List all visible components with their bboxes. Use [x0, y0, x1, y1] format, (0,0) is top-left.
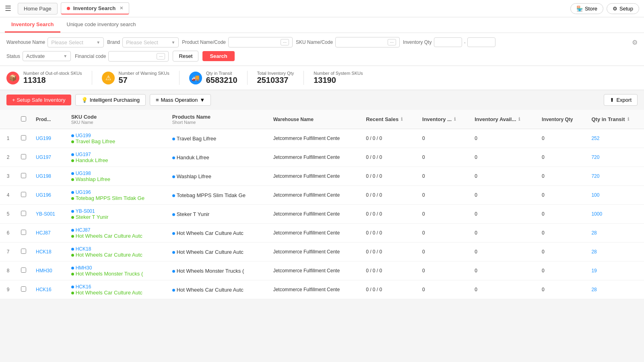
inventory-val: 0 — [417, 148, 470, 167]
settings-icon[interactable]: ⚙ — [632, 39, 638, 46]
store-button[interactable]: 🏪 Store — [570, 3, 603, 14]
sku-code-name: HCK16 Hot Wheels Car Culture Autc — [66, 280, 167, 299]
product-name-short: Totebag MPPS Slim Tidak Ge — [167, 186, 268, 205]
sku-code-name: UG196 Totebag MPPS Slim Tidak Ge — [66, 186, 167, 205]
qty-transit-val: 28 — [586, 280, 644, 299]
status-label: Status — [6, 53, 20, 59]
inventory-qty-val: 0 — [537, 167, 586, 186]
warehouse-name: Jetcommerce Fulfillment Cente — [268, 148, 361, 167]
table-row: 2 UG197 UG197 Handuk Lifree Handuk Lifre… — [0, 148, 644, 167]
row-number: 9 — [0, 280, 16, 299]
financial-code-label: Financial code — [75, 53, 106, 59]
row-checkbox[interactable] — [21, 211, 26, 216]
brand-label: Brand — [107, 39, 120, 45]
menu-icon[interactable]: ☰ — [5, 4, 11, 13]
warehouse-select[interactable]: Please Select ▼ — [47, 37, 104, 47]
row-checkbox[interactable] — [21, 173, 26, 178]
total-inventory-value: 2510337 — [257, 76, 294, 85]
recent-sales: 0 / 0 / 0 — [361, 243, 417, 261]
sku-code-name: HCK18 Hot Wheels Car Culture Autc — [66, 243, 167, 261]
row-checkbox[interactable] — [21, 267, 26, 273]
mass-operation-button[interactable]: ≡ Mass Operation ▼ — [150, 94, 211, 106]
inventory-info-icon[interactable]: ℹ — [454, 117, 456, 122]
row-checkbox-cell — [16, 205, 31, 224]
brand-select[interactable]: Please Select ▼ — [122, 37, 179, 47]
chevron-down-icon: ▼ — [171, 40, 175, 45]
row-number: 4 — [0, 186, 16, 205]
chevron-down-icon: ▼ — [96, 40, 100, 45]
row-checkbox[interactable] — [21, 192, 26, 197]
gear-icon: ⚙ — [613, 6, 617, 12]
financial-code-input[interactable]: ··· — [108, 51, 169, 62]
row-checkbox-cell — [16, 148, 31, 167]
product-name-short: Hot Wheels Car Culture Autc — [167, 280, 268, 299]
row-checkbox[interactable] — [21, 135, 26, 140]
prod-code: HCK16 — [31, 280, 66, 299]
qty-transit-val: 100 — [586, 186, 644, 205]
sku-ellipsis[interactable]: ··· — [388, 39, 396, 45]
status-select[interactable]: Activate ▼ — [23, 51, 71, 61]
row-checkbox[interactable] — [21, 230, 26, 235]
product-name-ellipsis[interactable]: ··· — [281, 39, 289, 45]
inventory-avail-val: 0 — [470, 148, 537, 167]
row-checkbox[interactable] — [21, 286, 26, 292]
warehouse-name: Jetcommerce Fulfillment Cente — [268, 167, 361, 186]
inventory-avail-info-icon[interactable]: ℹ — [518, 117, 520, 122]
export-button[interactable]: ⬆ Export — [604, 94, 638, 106]
sku-code-name: HMH30 Hot Wheels Monster Trucks ( — [66, 261, 167, 280]
recent-sales: 0 / 0 / 0 — [361, 186, 417, 205]
close-tab-icon[interactable]: ✕ — [120, 6, 123, 11]
qty-transit-info-icon[interactable]: ℹ — [627, 117, 629, 122]
prod-code: HMH30 — [31, 261, 66, 280]
filter-bar: Warehouse Name Please Select ▼ Brand Ple… — [0, 33, 644, 66]
setup-button[interactable]: ⚙ Setup — [607, 3, 639, 14]
row-checkbox[interactable] — [21, 154, 26, 159]
row-checkbox[interactable] — [21, 249, 26, 254]
select-all-checkbox[interactable] — [21, 116, 26, 121]
export-icon: ⬆ — [610, 97, 614, 103]
prod-code: YB-S001 — [31, 205, 66, 224]
warehouse-name: Jetcommerce Fulfillment Cente — [268, 129, 361, 148]
inventory-val: 0 — [417, 280, 470, 299]
product-name-short: Hot Wheels Monster Trucks ( — [167, 261, 268, 280]
out-of-stock-value: 11318 — [23, 76, 82, 85]
product-name-input[interactable]: ··· — [228, 37, 293, 47]
inventory-qty-val: 0 — [537, 243, 586, 261]
financial-code-ellipsis[interactable]: ··· — [157, 53, 165, 60]
row-checkbox-cell — [16, 129, 31, 148]
row-checkbox-cell — [16, 167, 31, 186]
inventory-qty-min[interactable] — [434, 37, 462, 47]
inventory-search-tab[interactable]: Inventory Search ✕ — [61, 2, 130, 14]
status-filter-group: Status Activate ▼ — [6, 51, 71, 61]
recent-sales-info-icon[interactable]: ℹ — [401, 117, 402, 122]
reset-button[interactable]: Reset — [173, 51, 198, 62]
stat-qty-transit: 🚚 Qty in Transit 6583210 — [180, 71, 248, 85]
sku-code-name: UG197 Handuk Lifree — [66, 148, 167, 167]
product-name-filter-group: Product Name/Code ··· — [182, 37, 293, 47]
product-name-short: Washlap Lifree — [167, 167, 268, 186]
inventory-qty-max[interactable] — [467, 37, 495, 47]
sku-code-name: UG198 Washlap Lifree — [66, 167, 167, 186]
row-checkbox-cell — [16, 186, 31, 205]
home-page-tab[interactable]: Home Page — [18, 3, 58, 14]
search-button[interactable]: Search — [202, 51, 234, 61]
product-name-label: Product Name/Code — [182, 39, 226, 45]
inventory-val: 0 — [417, 243, 470, 261]
stat-out-of-stock: 📦 Number of Out-of-stock SKUs 11318 — [6, 71, 92, 85]
page-tabs: Inventory Search Unique code inventory s… — [0, 17, 644, 33]
tab-unique-code[interactable]: Unique code inventory search — [60, 17, 142, 33]
warehouse-name: Jetcommerce Fulfillment Cente — [268, 243, 361, 261]
row-number: 6 — [0, 224, 16, 243]
col-warehouse: Warehouse Name — [268, 110, 361, 129]
recent-sales: 0 / 0 / 0 — [361, 129, 417, 148]
system-skus-label: Number of System SKUs — [314, 71, 363, 76]
prod-code: UG197 — [31, 148, 66, 167]
tab-inventory-search[interactable]: Inventory Search — [5, 17, 60, 33]
recent-sales: 0 / 0 / 0 — [361, 280, 417, 299]
setup-safe-inventory-button[interactable]: + Setup Safe Inventory — [6, 95, 71, 105]
sku-input[interactable]: ··· — [335, 37, 400, 47]
col-recent-sales: Recent Sales ℹ — [361, 110, 417, 129]
row-number: 8 — [0, 261, 16, 280]
intelligent-purchasing-button[interactable]: 💡 Intelligent Purchasing — [75, 94, 146, 106]
recent-sales: 0 / 0 / 0 — [361, 205, 417, 224]
